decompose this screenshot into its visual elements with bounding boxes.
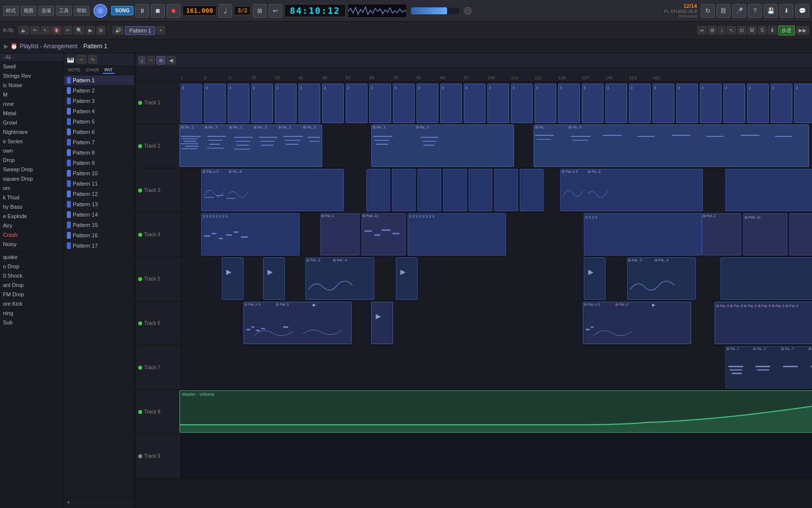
- sidebar-instrument-26[interactable]: FM Drop: [0, 290, 63, 299]
- sidebar-instrument-4[interactable]: M: [0, 90, 63, 99]
- track-content-2[interactable]: ⊞ Pa...1 ⊞ Pa...3 ⊞ Pa...1 ⊞ Pa...3 ⊞ Pa…: [180, 124, 812, 168]
- snap-icon[interactable]: ⊞: [253, 4, 267, 18]
- link-icon[interactable]: ⛓: [717, 4, 730, 18]
- volume-icon[interactable]: 🔊: [113, 26, 123, 34]
- save-icon[interactable]: 💾: [764, 4, 778, 18]
- sidebar-instrument-25[interactable]: ant Drop: [0, 281, 63, 290]
- menu-item-style[interactable]: 样式: [3, 6, 19, 16]
- draw-tool[interactable]: ✏: [30, 26, 39, 34]
- pattern-item-12[interactable]: Pattern 12: [64, 189, 134, 199]
- sidebar-instrument-19[interactable]: Crash: [0, 230, 63, 240]
- track-content-5[interactable]: ▶ ▶ ⊞ Pat...3 ⊞ Pat...4: [180, 257, 812, 301]
- mute-all-icon[interactable]: M: [748, 26, 756, 34]
- forward-btn[interactable]: ▶▶: [796, 26, 809, 34]
- select-tool[interactable]: ↖: [41, 26, 50, 34]
- track-content-1[interactable]: 3 3 3 3 3 3 3 3 3 3 3 3 3: [180, 82, 812, 124]
- grid-tool[interactable]: ⊞: [96, 26, 105, 34]
- pattern-item-16[interactable]: Pattern 16: [64, 230, 134, 241]
- pitch-knob[interactable]: [464, 7, 472, 15]
- piano-roll-move-icon[interactable]: ↔: [76, 55, 86, 64]
- track-content-7[interactable]: ⊞ Pa...7 ⊞ Pa...7 ⊞ Pa...7 ⊞ Pa...7 ⊞ Pa…: [180, 346, 812, 389]
- master-slider[interactable]: [411, 7, 460, 15]
- speaker-icon[interactable]: 🔈: [18, 26, 29, 34]
- refresh-icon[interactable]: ↻: [701, 4, 715, 18]
- track-content-6[interactable]: ⊞ Pat..n 9 ⊞ Pat..0 ▶: [180, 301, 812, 345]
- track-content-4[interactable]: 3 3 3 3 3 3 3 3 ⊞ Pat..1: [180, 213, 812, 256]
- export-icon[interactable]: ⬇: [780, 4, 793, 18]
- menu-item-tools[interactable]: 工具: [56, 6, 72, 16]
- pattern-item-4[interactable]: Pattern 4: [64, 106, 134, 117]
- fl-logo-circle[interactable]: [93, 4, 107, 18]
- sidebar-instrument-23[interactable]: o Drop: [0, 262, 63, 271]
- sidebar-instrument-29[interactable]: Sub: [0, 318, 63, 327]
- help-icon[interactable]: ?: [748, 4, 762, 18]
- sidebar-instrument-14[interactable]: om: [0, 184, 63, 193]
- record-btn[interactable]: ⏺: [167, 4, 180, 18]
- piano-icon[interactable]: ♪: [718, 26, 725, 34]
- breadcrumb-text[interactable]: Playlist - Arrangement: [20, 43, 77, 50]
- undo-icon[interactable]: ↩: [269, 4, 282, 18]
- sidebar-instrument-21[interactable]: [0, 249, 63, 253]
- pattern-item-10[interactable]: Pattern 10: [64, 168, 134, 179]
- pattern-item-6[interactable]: Pattern 6: [64, 127, 134, 137]
- menu-item-help[interactable]: 帮助: [74, 6, 90, 16]
- zoom-tool[interactable]: 🔍: [74, 26, 85, 34]
- piano-roll-curve-icon[interactable]: ∿: [88, 55, 97, 64]
- pattern-item-1[interactable]: Pattern 1: [64, 75, 134, 86]
- delete-tool[interactable]: ✂: [63, 26, 72, 34]
- track-content-3[interactable]: ⊞ Pat..n 5 ⊞ Pa...6: [180, 168, 812, 212]
- chat-icon[interactable]: 💬: [795, 4, 809, 18]
- pattern-item-5[interactable]: Pattern 5: [64, 117, 134, 127]
- sidebar-instrument-17[interactable]: e Explode: [0, 212, 63, 221]
- sidebar-instrument-28[interactable]: ning: [0, 309, 63, 318]
- pattern-item-15[interactable]: Pattern 15: [64, 220, 134, 230]
- mute-tool[interactable]: 🔇: [51, 26, 62, 34]
- pattern-name-btn[interactable]: Pattern 1: [125, 26, 156, 35]
- sidebar-instrument-22[interactable]: quake: [0, 253, 63, 262]
- sidebar-instrument-18[interactable]: Airy: [0, 221, 63, 230]
- metronome-icon[interactable]: ♩: [218, 4, 232, 18]
- pattern-item-3[interactable]: Pattern 3: [64, 96, 134, 106]
- sidebar-instrument-3[interactable]: ic Noise: [0, 81, 63, 90]
- sidebar-instrument-15[interactable]: k Thud: [0, 193, 63, 202]
- track-content-8[interactable]: Master - Volume: [180, 390, 812, 434]
- sidebar-instrument-12[interactable]: Sweep Drop: [0, 165, 63, 174]
- song-mode-btn[interactable]: SONG: [111, 6, 133, 15]
- pattern-item-14[interactable]: Pattern 14: [64, 210, 134, 220]
- sidebar-instrument-2[interactable]: Strings Rev: [0, 71, 63, 81]
- prev-btn[interactable]: ◀: [167, 56, 176, 64]
- sidebar-instrument-5[interactable]: rone: [0, 99, 63, 109]
- sidebar-instrument-1[interactable]: Swell: [0, 62, 63, 71]
- pattern-item-9[interactable]: Pattern 9: [64, 158, 134, 168]
- pattern-item-11[interactable]: Pattern 11: [64, 179, 134, 189]
- sidebar-instrument-7[interactable]: Growl: [0, 118, 63, 127]
- sidebar-instrument-20[interactable]: Noisy: [0, 240, 63, 249]
- sidebar-instrument-13[interactable]: square Drop: [0, 174, 63, 184]
- sidebar-instrument-9[interactable]: e Series: [0, 137, 63, 146]
- pattern-mode-icon[interactable]: ⊞: [156, 56, 165, 64]
- note-mode-icon[interactable]: ♩: [138, 56, 146, 64]
- mic-icon[interactable]: 🎤: [732, 4, 746, 18]
- link-tracks-btn[interactable]: ⇔: [697, 26, 706, 34]
- tab-chan[interactable]: CHAN: [84, 67, 101, 74]
- pattern-item-13[interactable]: Pattern 13: [64, 199, 134, 210]
- track-area[interactable]: Track 1 3 3 3 3 3 3 3 3 3: [135, 82, 812, 508]
- bpm-display[interactable]: 161.000: [182, 5, 216, 16]
- solo-icon[interactable]: S: [758, 26, 766, 34]
- menu-item-options[interactable]: 选项: [38, 6, 54, 16]
- cursor-tool[interactable]: ↖: [727, 26, 736, 34]
- menu-item-view[interactable]: 视图: [21, 6, 36, 16]
- pattern-item-7[interactable]: Pattern 7: [64, 137, 134, 148]
- sidebar-instrument-8[interactable]: Nightmare: [0, 127, 63, 137]
- stop-btn[interactable]: ⏹: [151, 4, 165, 18]
- sidebar-instrument-11[interactable]: Drop: [0, 156, 63, 165]
- pause-btn[interactable]: ⏸: [135, 4, 149, 18]
- add-pattern-btn[interactable]: +: [157, 26, 165, 34]
- pattern-item-2[interactable]: Pattern 2: [64, 86, 134, 96]
- add-pattern-btn-bottom[interactable]: +: [64, 497, 134, 508]
- sidebar-instrument-24[interactable]: 0 Shock: [0, 271, 63, 281]
- sidebar-instrument-16[interactable]: hy Bass: [0, 202, 63, 212]
- sidebar-instrument-27[interactable]: ore Kick: [0, 299, 63, 309]
- sidebar-instrument-10[interactable]: own: [0, 146, 63, 156]
- group-btn[interactable]: ⊞: [708, 26, 717, 34]
